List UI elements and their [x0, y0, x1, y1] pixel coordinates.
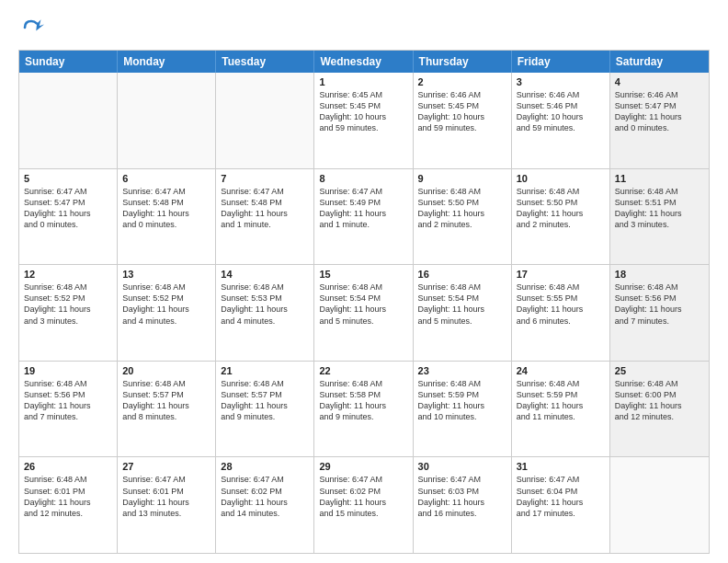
cal-cell-2-6: 18Sunrise: 6:48 AMSunset: 5:56 PMDayligh…: [610, 265, 709, 361]
cell-line: and 5 minutes.: [319, 316, 407, 327]
cal-cell-4-1: 27Sunrise: 6:47 AMSunset: 6:01 PMDayligh…: [118, 457, 216, 553]
cell-line: Sunset: 5:57 PM: [221, 389, 309, 400]
cal-cell-0-0: [19, 73, 118, 168]
cell-line: Daylight: 11 hours: [24, 497, 112, 508]
cal-cell-3-6: 25Sunrise: 6:48 AMSunset: 6:00 PMDayligh…: [610, 362, 709, 457]
cal-cell-3-5: 24Sunrise: 6:48 AMSunset: 5:59 PMDayligh…: [512, 362, 610, 457]
cell-line: Sunrise: 6:48 AM: [319, 378, 407, 389]
cell-line: Sunrise: 6:48 AM: [418, 186, 506, 197]
cell-line: and 16 minutes.: [418, 508, 506, 519]
cal-cell-1-5: 10Sunrise: 6:48 AMSunset: 5:50 PMDayligh…: [512, 169, 610, 265]
day-number: 8: [319, 173, 407, 184]
cell-line: Sunset: 5:56 PM: [615, 293, 704, 304]
cell-line: Sunrise: 6:48 AM: [221, 378, 309, 389]
cell-line: and 15 minutes.: [319, 508, 407, 519]
day-number: 4: [615, 76, 704, 87]
cell-line: Sunrise: 6:48 AM: [122, 378, 210, 389]
cell-line: Daylight: 11 hours: [319, 304, 407, 315]
cell-line: and 1 minute.: [221, 219, 309, 230]
cell-line: Sunset: 5:54 PM: [418, 293, 506, 304]
calendar: SundayMondayTuesdayWednesdayThursdayFrid…: [18, 50, 710, 554]
header-cell-monday: Monday: [118, 51, 216, 73]
cal-cell-2-2: 14Sunrise: 6:48 AMSunset: 5:53 PMDayligh…: [216, 265, 314, 361]
cal-cell-1-3: 8Sunrise: 6:47 AMSunset: 5:49 PMDaylight…: [314, 169, 413, 265]
cal-cell-3-3: 22Sunrise: 6:48 AMSunset: 5:58 PMDayligh…: [314, 362, 413, 457]
calendar-row-4: 26Sunrise: 6:48 AMSunset: 6:01 PMDayligh…: [19, 457, 709, 553]
header-cell-wednesday: Wednesday: [314, 51, 413, 73]
cell-line: and 9 minutes.: [221, 411, 309, 422]
header: [18, 15, 710, 40]
cell-line: and 2 minutes.: [517, 219, 605, 230]
cal-cell-4-3: 29Sunrise: 6:47 AMSunset: 6:02 PMDayligh…: [314, 457, 413, 553]
cell-line: Sunset: 6:00 PM: [615, 389, 704, 400]
cell-line: Sunset: 6:04 PM: [517, 486, 605, 497]
day-number: 6: [122, 173, 210, 184]
cell-line: Sunrise: 6:48 AM: [517, 378, 605, 389]
cell-line: and 10 minutes.: [418, 411, 506, 422]
cell-line: Sunset: 5:45 PM: [418, 100, 506, 111]
cell-line: Daylight: 10 hours: [319, 111, 407, 122]
cell-line: Sunrise: 6:48 AM: [221, 282, 309, 293]
cal-cell-2-3: 15Sunrise: 6:48 AMSunset: 5:54 PMDayligh…: [314, 265, 413, 361]
day-number: 28: [221, 461, 309, 472]
cell-line: Sunrise: 6:47 AM: [517, 474, 605, 485]
cell-line: Sunrise: 6:46 AM: [615, 89, 704, 100]
cell-line: Sunrise: 6:46 AM: [517, 89, 605, 100]
cell-line: Sunset: 5:50 PM: [418, 197, 506, 208]
day-number: 5: [24, 173, 112, 184]
cell-line: Sunset: 5:46 PM: [517, 100, 605, 111]
header-cell-thursday: Thursday: [414, 51, 512, 73]
day-number: 23: [418, 365, 506, 376]
day-number: 9: [418, 173, 506, 184]
cell-line: Sunrise: 6:47 AM: [221, 474, 309, 485]
cal-cell-1-6: 11Sunrise: 6:48 AMSunset: 5:51 PMDayligh…: [610, 169, 709, 265]
cell-line: and 2 minutes.: [418, 219, 506, 230]
cell-line: Sunset: 5:49 PM: [319, 197, 407, 208]
cell-line: Sunset: 5:47 PM: [24, 197, 112, 208]
cell-line: Daylight: 11 hours: [122, 304, 210, 315]
cell-line: Sunset: 5:51 PM: [615, 197, 704, 208]
cal-cell-0-6: 4Sunrise: 6:46 AMSunset: 5:47 PMDaylight…: [610, 73, 709, 168]
cell-line: Sunset: 6:03 PM: [418, 486, 506, 497]
cell-line: Daylight: 11 hours: [122, 497, 210, 508]
cell-line: Sunset: 6:02 PM: [319, 486, 407, 497]
cell-line: Daylight: 11 hours: [418, 400, 506, 411]
cal-cell-4-2: 28Sunrise: 6:47 AMSunset: 6:02 PMDayligh…: [216, 457, 314, 553]
day-number: 2: [418, 76, 506, 87]
cell-line: and 3 minutes.: [615, 219, 704, 230]
day-number: 18: [615, 269, 704, 280]
cal-cell-2-5: 17Sunrise: 6:48 AMSunset: 5:55 PMDayligh…: [512, 265, 610, 361]
cell-line: and 5 minutes.: [418, 316, 506, 327]
day-number: 14: [221, 269, 309, 280]
cell-line: Daylight: 11 hours: [319, 208, 407, 219]
day-number: 20: [122, 365, 210, 376]
cell-line: Sunrise: 6:48 AM: [615, 186, 704, 197]
cal-cell-2-1: 13Sunrise: 6:48 AMSunset: 5:52 PMDayligh…: [118, 265, 216, 361]
cell-line: Sunrise: 6:45 AM: [319, 89, 407, 100]
cell-line: Daylight: 11 hours: [122, 400, 210, 411]
cell-line: and 4 minutes.: [221, 316, 309, 327]
page: SundayMondayTuesdayWednesdayThursdayFrid…: [0, 0, 728, 563]
cell-line: and 14 minutes.: [221, 508, 309, 519]
day-number: 24: [517, 365, 605, 376]
header-cell-tuesday: Tuesday: [216, 51, 314, 73]
cell-line: and 12 minutes.: [615, 411, 704, 422]
cal-cell-0-2: [216, 73, 314, 168]
cell-line: Sunrise: 6:48 AM: [517, 186, 605, 197]
cell-line: Sunset: 5:47 PM: [615, 100, 704, 111]
cell-line: Sunrise: 6:47 AM: [24, 186, 112, 197]
cell-line: and 12 minutes.: [24, 508, 112, 519]
cell-line: Sunrise: 6:48 AM: [24, 474, 112, 485]
cell-line: Sunset: 5:58 PM: [319, 389, 407, 400]
day-number: 31: [517, 461, 605, 472]
day-number: 17: [517, 269, 605, 280]
cell-line: Daylight: 11 hours: [221, 208, 309, 219]
cell-line: Sunset: 5:52 PM: [24, 293, 112, 304]
cell-line: and 0 minutes.: [122, 219, 210, 230]
cell-line: Sunset: 5:55 PM: [517, 293, 605, 304]
logo: [18, 15, 48, 40]
cell-line: Daylight: 11 hours: [517, 497, 605, 508]
cell-line: Daylight: 11 hours: [517, 208, 605, 219]
cell-line: Sunrise: 6:47 AM: [319, 474, 407, 485]
cell-line: Daylight: 11 hours: [24, 400, 112, 411]
